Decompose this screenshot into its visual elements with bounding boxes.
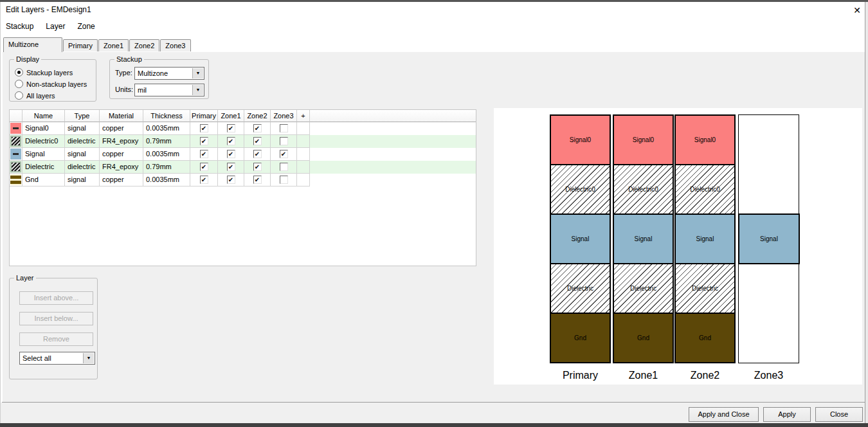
radio-option-stackup-layers[interactable]: Stackup layers: [15, 68, 73, 77]
cell-thickness[interactable]: 0.0035mm: [143, 122, 190, 135]
cell-thickness[interactable]: 0.0035mm: [143, 148, 190, 161]
radio-option-all-layers[interactable]: All layers: [15, 91, 55, 100]
layer-color-cell[interactable]: [10, 135, 23, 148]
cell-primary: ✔: [190, 161, 218, 174]
cell-name[interactable]: Signal0: [23, 122, 65, 135]
insert-below-button[interactable]: Insert below...: [19, 312, 93, 325]
column-header-primary: Primary: [190, 110, 218, 122]
apply-button[interactable]: Apply: [763, 407, 811, 422]
units-dropdown[interactable]: mil ▼: [134, 84, 204, 96]
layer-color-cell[interactable]: [10, 148, 23, 161]
cell-primary: ✔: [190, 148, 218, 161]
cell-thickness[interactable]: 0.79mm: [143, 161, 190, 174]
cell-thickness[interactable]: 0.0035mm: [143, 174, 190, 186]
cell-primary: ✔: [190, 122, 218, 135]
row-filler: [310, 161, 476, 174]
cell-material[interactable]: copper: [100, 174, 143, 186]
cell-primary: ✔: [190, 174, 218, 186]
display-group-title: Display: [14, 55, 41, 64]
checkbox-primary[interactable]: ✔: [200, 150, 208, 158]
chevron-down-icon[interactable]: ▼: [83, 353, 94, 363]
checkbox-zone3[interactable]: [280, 137, 288, 145]
checkbox-primary[interactable]: ✔: [200, 137, 208, 145]
checkbox-zone1[interactable]: ✔: [227, 163, 235, 171]
insert-above-button[interactable]: Insert above...: [19, 291, 93, 305]
layer-select-value: Select all: [23, 354, 51, 362]
checkbox-primary[interactable]: ✔: [200, 163, 208, 171]
checkbox-zone2[interactable]: ✔: [253, 124, 262, 132]
type-dropdown[interactable]: Multizone ▼: [134, 67, 204, 80]
layer-color-cell[interactable]: [10, 161, 23, 174]
menu-zone[interactable]: Zone: [71, 20, 101, 33]
layer-block-gnd: Gnd: [550, 313, 611, 363]
cell-thickness[interactable]: 0.79mm: [143, 135, 190, 148]
tab-zone3[interactable]: Zone3: [160, 39, 190, 52]
cell-plus: [297, 122, 310, 135]
menu-stackup[interactable]: Stackup: [0, 20, 40, 33]
layer-block-dielectric0: Dielectric0: [674, 164, 736, 215]
layer-color-cell[interactable]: [10, 174, 23, 186]
cell-type[interactable]: signal: [65, 174, 100, 186]
radio-option-non-stackup-layers[interactable]: Non-stackup layers: [15, 80, 87, 89]
cell-type[interactable]: dielectric: [65, 161, 100, 174]
radio-icon[interactable]: [15, 80, 23, 88]
layers-table: NameTypeMaterialThicknessPrimaryZone1Zon…: [9, 109, 476, 266]
cell-zone3: [271, 174, 297, 186]
checkbox-zone2[interactable]: ✔: [253, 163, 262, 171]
cell-name[interactable]: Dielectric: [23, 161, 65, 174]
row-filler: [310, 148, 476, 161]
tab-zone2[interactable]: Zone2: [129, 39, 159, 52]
radio-icon[interactable]: [15, 68, 23, 77]
close-icon[interactable]: ✕: [850, 3, 864, 17]
checkbox-primary[interactable]: ✔: [200, 124, 208, 132]
cell-name[interactable]: Gnd: [23, 174, 65, 186]
apply-and-close-button[interactable]: Apply and Close: [689, 407, 759, 422]
menu-layer[interactable]: Layer: [40, 20, 71, 33]
checkbox-zone2[interactable]: ✔: [253, 150, 262, 158]
cell-type[interactable]: signal: [65, 122, 100, 135]
cell-type[interactable]: signal: [65, 148, 100, 161]
cell-zone3: [271, 135, 297, 148]
chevron-down-icon[interactable]: ▼: [192, 85, 203, 95]
close-button[interactable]: Close: [815, 407, 863, 422]
tab-multizone[interactable]: Multizone: [3, 37, 62, 52]
column-header-zone3: Zone3: [271, 110, 297, 122]
checkbox-zone3[interactable]: [280, 163, 288, 171]
checkbox-zone2[interactable]: ✔: [253, 176, 262, 184]
cell-zone1: ✔: [218, 174, 244, 186]
cell-material[interactable]: copper: [100, 148, 143, 161]
layer-block-signal0: Signal0: [550, 114, 611, 165]
checkbox-primary[interactable]: ✔: [200, 176, 208, 184]
cell-type[interactable]: dielectric: [65, 135, 100, 148]
checkbox-zone3[interactable]: ✔: [280, 150, 288, 158]
chevron-down-icon[interactable]: ▼: [192, 68, 203, 78]
checkbox-zone3[interactable]: [280, 176, 288, 184]
display-groupbox: Display Stackup layers Non-stackup layer…: [9, 59, 96, 102]
cell-zone1: ✔: [218, 122, 244, 135]
cell-material[interactable]: copper: [100, 122, 143, 135]
layer-select-dropdown[interactable]: Select all ▼: [19, 352, 95, 365]
checkbox-zone1[interactable]: ✔: [227, 176, 235, 184]
cell-name[interactable]: Dielectric0: [23, 135, 65, 148]
tab-zone1[interactable]: Zone1: [98, 39, 129, 52]
column-header-icon: [10, 110, 23, 122]
checkbox-zone3[interactable]: [280, 124, 288, 132]
cell-plus: [297, 161, 310, 174]
menu-bar: StackupLayerZone: [0, 20, 102, 33]
checkbox-zone1[interactable]: ✔: [227, 124, 235, 132]
tab-primary[interactable]: Primary: [63, 39, 98, 52]
cell-plus: [297, 135, 310, 148]
cell-material[interactable]: FR4_epoxy: [100, 161, 143, 174]
layer-block-gnd: Gnd: [674, 313, 736, 363]
units-label: Units:: [115, 86, 133, 93]
cell-name[interactable]: Signal: [23, 148, 65, 161]
radio-icon[interactable]: [15, 91, 23, 100]
layer-color-cell[interactable]: [10, 122, 23, 135]
column-header-blank[interactable]: +: [297, 110, 310, 122]
remove-button[interactable]: Remove: [19, 332, 93, 346]
cell-material[interactable]: FR4_epoxy: [100, 135, 143, 148]
checkbox-zone1[interactable]: ✔: [227, 137, 235, 145]
checkbox-zone2[interactable]: ✔: [253, 137, 262, 145]
checkbox-zone1[interactable]: ✔: [227, 150, 235, 158]
stack-column-zone2: Signal0Dielectric0SignalDielectricGnd: [674, 114, 736, 363]
